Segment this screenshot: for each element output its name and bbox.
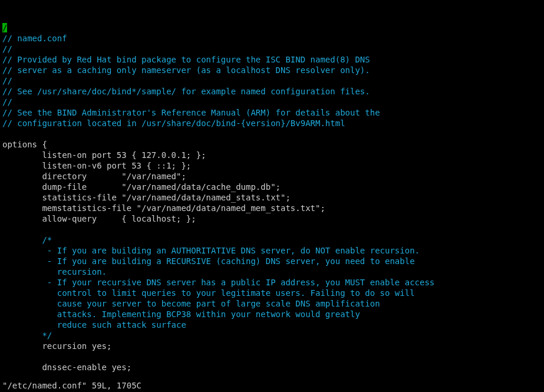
status-line: "/etc/named.conf" 59L, 1705C — [2, 380, 141, 391]
code-line: */ — [2, 330, 542, 341]
code-line — [2, 129, 542, 139]
code-line: - If you are building a RECURSIVE (cachi… — [2, 256, 542, 266]
code-line: - If your recursive DNS server has a pub… — [2, 277, 542, 288]
code-line: // — [2, 75, 542, 86]
code-line: recursion. — [2, 266, 542, 277]
code-line: listen-on-v6 port 53 { ::1; }; — [2, 160, 542, 171]
code-line: attacks. Implementing BCP38 within your … — [2, 309, 542, 319]
code-line: // — [2, 97, 542, 107]
editor-viewport[interactable]: /// named.conf//// Provided by Red Hat b… — [0, 0, 544, 392]
cursor: / — [2, 23, 7, 32]
code-line: / — [2, 22, 542, 33]
code-line: listen-on port 53 { 127.0.0.1; }; — [2, 150, 542, 160]
code-line: options { — [2, 139, 542, 150]
code-line: control to limit queries to your legitim… — [2, 288, 542, 298]
code-line: dump-file "/var/named/data/cache_dump.db… — [2, 182, 542, 192]
code-line — [2, 224, 542, 235]
code-line: directory "/var/named"; — [2, 171, 542, 182]
code-line: // named.conf — [2, 33, 542, 44]
code-line: /* — [2, 235, 542, 245]
code-line — [2, 351, 542, 362]
code-line: statistics-file "/var/named/data/named_s… — [2, 192, 542, 203]
code-line: cause your server to become part of larg… — [2, 298, 542, 309]
code-line: // See the BIND Administrator's Referenc… — [2, 107, 542, 118]
editor-buffer: /// named.conf//// Provided by Red Hat b… — [2, 22, 542, 373]
code-line: // — [2, 44, 542, 54]
code-line: // See /usr/share/doc/bind*/sample/ for … — [2, 86, 542, 97]
code-line: // server as a caching only nameserver (… — [2, 65, 542, 75]
code-line: memstatistics-file "/var/named/data/name… — [2, 203, 542, 213]
code-line: reduce such attack surface — [2, 319, 542, 330]
code-line: recursion yes; — [2, 341, 542, 351]
code-line: // configuration located in /usr/share/d… — [2, 118, 542, 129]
code-line: // Provided by Red Hat bind package to c… — [2, 54, 542, 65]
code-line: dnssec-enable yes; — [2, 362, 542, 373]
code-line: - If you are building an AUTHORITATIVE D… — [2, 245, 542, 256]
code-line: allow-query { localhost; }; — [2, 213, 542, 224]
